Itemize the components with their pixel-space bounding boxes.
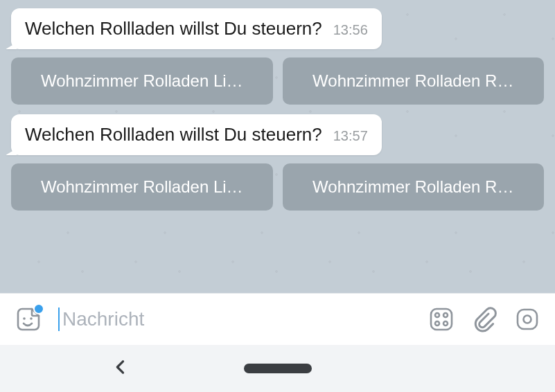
sticker-icon[interactable] xyxy=(14,305,43,334)
attachment-icon[interactable] xyxy=(470,305,498,333)
svg-rect-7 xyxy=(518,310,537,329)
message-input[interactable]: Nachricht xyxy=(58,308,412,331)
voice-record-icon[interactable] xyxy=(513,305,541,333)
svg-point-4 xyxy=(443,313,448,317)
svg-rect-2 xyxy=(431,309,452,330)
incoming-message[interactable]: Welchen Rollladen willst Du steuern? 13:… xyxy=(11,114,382,155)
svg-point-5 xyxy=(435,321,439,326)
message-text: Welchen Rollladen willst Du steuern? xyxy=(25,124,322,145)
message-time: 13:57 xyxy=(333,128,368,144)
inline-button-right[interactable]: Wohnzimmer Rolladen R… xyxy=(283,163,545,211)
inline-keyboard-row: Wohnzimmer Rolladen Li… Wohnzimmer Rolla… xyxy=(11,57,544,105)
svg-point-8 xyxy=(524,316,531,323)
svg-point-1 xyxy=(30,317,33,320)
inline-keyboard-row: Wohnzimmer Rolladen Li… Wohnzimmer Rolla… xyxy=(11,163,544,211)
message-time: 13:56 xyxy=(333,22,368,38)
message-block: Welchen Rollladen willst Du steuern? 13:… xyxy=(11,8,544,105)
inline-button-right[interactable]: Wohnzimmer Rolladen R… xyxy=(283,57,545,105)
inline-button-left[interactable]: Wohnzimmer Rolladen Li… xyxy=(11,163,273,211)
message-block: Welchen Rollladen willst Du steuern? 13:… xyxy=(11,114,544,211)
navigation-bar xyxy=(0,345,555,392)
svg-point-0 xyxy=(23,317,26,320)
input-placeholder: Nachricht xyxy=(62,308,144,330)
message-composer: Nachricht xyxy=(0,293,555,345)
svg-point-3 xyxy=(435,313,439,317)
svg-point-6 xyxy=(443,321,448,326)
incoming-message[interactable]: Welchen Rollladen willst Du steuern? 13:… xyxy=(11,8,382,49)
chat-area: Welchen Rollladen willst Du steuern? 13:… xyxy=(0,0,555,293)
text-cursor xyxy=(58,308,60,331)
message-text: Welchen Rollladen willst Du steuern? xyxy=(25,18,322,39)
home-indicator[interactable] xyxy=(244,364,312,373)
back-button[interactable] xyxy=(111,357,130,380)
sticker-notification-dot xyxy=(33,303,44,314)
commands-icon[interactable] xyxy=(428,305,455,333)
inline-button-left[interactable]: Wohnzimmer Rolladen Li… xyxy=(11,57,273,105)
